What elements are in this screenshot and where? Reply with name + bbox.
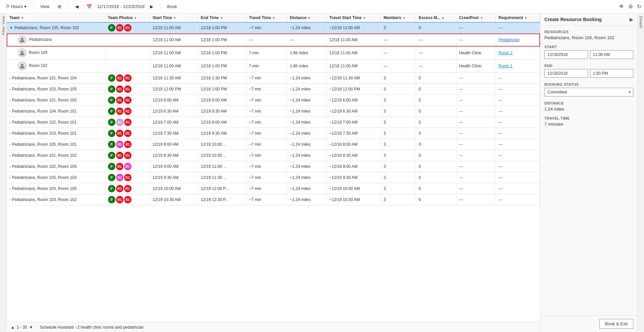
expand-icon[interactable]: › bbox=[9, 98, 11, 102]
table-row[interactable]: ›Pediatricians, Room 101, Room 102PR1R11… bbox=[7, 150, 540, 161]
view-label: View bbox=[40, 4, 50, 9]
cell-team: ›Pediatricians, Room 103, Room 101 bbox=[7, 128, 105, 139]
view-button[interactable]: View bbox=[38, 3, 52, 10]
cell-requirement: Pediatrician bbox=[496, 34, 540, 47]
table-row[interactable]: Room 10512/18 11:00 AM12/18 1:00 PM7 min… bbox=[7, 47, 540, 60]
booking-status-select[interactable]: Committed Tentative Cancelled bbox=[544, 88, 633, 96]
eye-icon[interactable]: 👁 bbox=[619, 4, 624, 10]
table-row[interactable]: ›Pediatricians, Room 103, Room 102PR1R11… bbox=[7, 194, 540, 205]
end-time-input[interactable] bbox=[590, 69, 634, 78]
requirement-link[interactable]: Pediatrician bbox=[498, 38, 520, 42]
table-row[interactable]: ›Pediatricians, Room 102, Room 101PR1R11… bbox=[7, 117, 540, 128]
expand-icon[interactable]: › bbox=[9, 142, 11, 146]
expand-icon[interactable]: › bbox=[9, 87, 11, 91]
prev-page-icon[interactable]: ▲ bbox=[11, 325, 15, 330]
avatar bbox=[17, 48, 27, 58]
right-panel: Create Resource Booking ▶ Resources Pedi… bbox=[540, 13, 637, 332]
avatar-circle: R1 bbox=[116, 108, 123, 115]
date-picker[interactable]: 📅 bbox=[84, 3, 95, 10]
table-row[interactable]: ▼Pediatricians, Room 105, Room 102PR1R11… bbox=[7, 22, 540, 34]
col-end-time[interactable]: End Time ▾ bbox=[198, 13, 246, 22]
cell-crew-pool: --- bbox=[456, 84, 496, 95]
collapse-icon[interactable]: ▼ bbox=[9, 26, 13, 30]
cell-end-time: 12/19 8:00 AM bbox=[198, 95, 246, 106]
refresh-icon[interactable]: ↻ bbox=[637, 3, 641, 10]
table-row[interactable]: ›Pediatricians, Room 102, Room 105PR1R11… bbox=[7, 161, 540, 172]
start-section: Start bbox=[544, 45, 633, 59]
avatar-circle: P bbox=[108, 141, 115, 148]
status-text: Schedule Assistant - 2 health clinic roo… bbox=[40, 325, 144, 330]
avatar-circle: R1 bbox=[124, 130, 131, 137]
svg-point-0 bbox=[21, 38, 23, 40]
next-page-icon[interactable]: ▼ bbox=[29, 325, 33, 330]
table-row[interactable]: ›Pediatricians, Room 103, Room 105PR1R11… bbox=[7, 84, 540, 95]
travel-time-section: Travel Time 7 minutes bbox=[544, 116, 633, 127]
filter-view-tab[interactable]: Filter View bbox=[0, 13, 7, 332]
avatar-circle: R1 bbox=[116, 163, 123, 170]
table-row[interactable]: ›Pediatricians, Room 101, Room 105PR1R11… bbox=[7, 95, 540, 106]
expand-icon[interactable]: › bbox=[9, 176, 11, 180]
col-distance[interactable]: Distance ▾ bbox=[287, 13, 327, 22]
requirement-link[interactable]: Room 2 bbox=[498, 51, 513, 55]
table-row[interactable]: Pediatricians12/18 11:00 AM12/18 1:00 PM… bbox=[7, 34, 540, 47]
col-travel-start[interactable]: Travel Start Time ▾ bbox=[326, 13, 381, 22]
end-date-input[interactable] bbox=[544, 69, 588, 78]
start-date-input[interactable] bbox=[544, 50, 588, 59]
avatar-circle: R1 bbox=[124, 185, 131, 192]
table-row[interactable]: ›Pediatricians, Room 101, Room 104PR1R11… bbox=[7, 73, 540, 84]
details-tab[interactable]: Details bbox=[637, 13, 644, 332]
col-distance-sort: ▾ bbox=[308, 16, 310, 20]
col-crew-sort: ▾ bbox=[481, 16, 482, 20]
cell-crew-pool: --- bbox=[456, 117, 496, 128]
cell-travel-start: 12/18 11:00 AM bbox=[326, 60, 381, 73]
col-start-time[interactable]: Start Time ▾ bbox=[150, 13, 198, 22]
view-grid-button[interactable]: ⊞ bbox=[55, 3, 64, 10]
expand-icon[interactable]: › bbox=[9, 153, 11, 157]
table-row[interactable]: ›Pediatricians, Room 105, Room 103PR1R11… bbox=[7, 172, 540, 183]
avatar-group: PR1R1 bbox=[108, 24, 147, 31]
cell-travel-time: ~7 min bbox=[246, 117, 287, 128]
cell-start-time: 12/18 11:00 AM bbox=[150, 47, 198, 60]
book-exit-button[interactable]: Book & Exit bbox=[599, 319, 633, 329]
filter-view-label: Filter View bbox=[1, 13, 6, 38]
book-button[interactable]: Book bbox=[164, 3, 180, 10]
col-team[interactable]: Team ▾ bbox=[7, 13, 105, 22]
avatar-circle: P bbox=[108, 196, 115, 203]
hours-button[interactable]: ⏱ Hours ▾ bbox=[3, 3, 29, 10]
book-label: Book bbox=[167, 4, 177, 9]
col-photos[interactable]: Team Photos ▾ bbox=[105, 13, 150, 22]
col-excess[interactable]: Excess M... ▾ bbox=[416, 13, 456, 22]
table-row[interactable]: ›Pediatricians, Room 103, Room 105PR1R11… bbox=[7, 183, 540, 194]
expand-icon[interactable]: › bbox=[9, 109, 11, 113]
grid-container[interactable]: Team ▾ Team Photos ▾ Start Time ▾ bbox=[7, 13, 540, 322]
gear-icon[interactable]: ⚙ bbox=[628, 3, 633, 10]
table-row[interactable]: ›Pediatricians, Room 104, Room 101PR1R11… bbox=[7, 106, 540, 117]
requirement-link[interactable]: Room 1 bbox=[498, 64, 513, 68]
avatar-circle: P bbox=[108, 96, 115, 104]
col-travel-time[interactable]: Travel Time ▾ bbox=[246, 13, 287, 22]
expand-icon[interactable]: › bbox=[9, 120, 11, 124]
start-time-input[interactable] bbox=[590, 50, 634, 59]
expand-icon[interactable]: › bbox=[9, 76, 11, 80]
col-requirement[interactable]: Requirement ▾ bbox=[496, 13, 540, 22]
table-row[interactable]: Room 10212/18 11:00 AM12/18 1:00 PM7 min… bbox=[7, 60, 540, 73]
cell-requirement: --- bbox=[496, 22, 540, 34]
expand-icon[interactable]: › bbox=[9, 164, 11, 169]
cell-end-time: 12/18 1:00 PM bbox=[198, 47, 246, 60]
col-crew[interactable]: Crew/Pool ▾ bbox=[456, 13, 496, 22]
col-members[interactable]: Members ▾ bbox=[381, 13, 416, 22]
next-date-button[interactable]: ▶ bbox=[147, 3, 156, 10]
expand-icon[interactable]: › bbox=[9, 131, 11, 135]
resources-label: Resources bbox=[544, 30, 633, 34]
expand-icon[interactable]: › bbox=[9, 198, 11, 202]
right-panel-arrow[interactable]: ▶ bbox=[630, 17, 633, 22]
table-row[interactable]: ›Pediatricians, Room 105, Room 101PR1R11… bbox=[7, 139, 540, 150]
avatar-group: PR1R1 bbox=[108, 108, 147, 115]
expand-icon[interactable]: › bbox=[9, 187, 11, 191]
prev-date-button[interactable]: ◀ bbox=[72, 3, 81, 10]
cell-end-time: 12/18 1:00 PM bbox=[198, 34, 246, 47]
cell-crew-pool: --- bbox=[456, 139, 496, 150]
avatar-circle: P bbox=[108, 119, 115, 126]
table-row[interactable]: ›Pediatricians, Room 103, Room 101PR1R11… bbox=[7, 128, 540, 139]
cell-requirement: --- bbox=[496, 139, 540, 150]
